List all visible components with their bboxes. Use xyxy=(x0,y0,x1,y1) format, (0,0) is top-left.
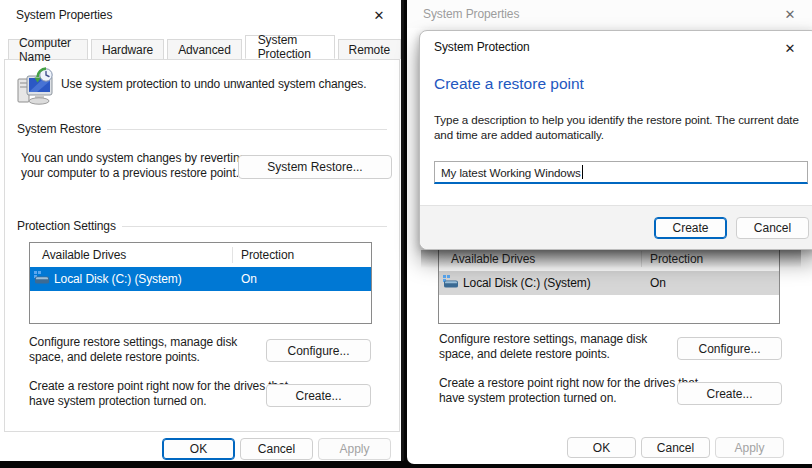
drive-name: Local Disk (C:) (System) xyxy=(463,276,591,290)
protection-settings-group-label: Protection Settings xyxy=(17,219,122,233)
desktop: { "colors": { "accent_selection": "#0078… xyxy=(0,0,812,468)
create-button[interactable]: Create xyxy=(654,217,727,239)
configure-description: Configure restore settings, manage disk … xyxy=(29,335,269,366)
system-restore-button[interactable]: System Restore... xyxy=(238,155,392,179)
system-restore-description: You can undo system changes by reverting… xyxy=(21,151,253,182)
input-value: My latest Working Windows xyxy=(441,166,581,179)
dialog-description: Type a description to help you identify … xyxy=(434,112,810,143)
close-icon[interactable]: ✕ xyxy=(776,37,804,59)
drive-name: Local Disk (C:) (System) xyxy=(54,272,182,286)
tab-system-protection[interactable]: System Protection xyxy=(245,35,335,59)
intro-text: Use system protection to undo unwanted s… xyxy=(61,77,391,91)
create-button[interactable]: Create... xyxy=(266,384,371,407)
restore-point-description-input[interactable]: My latest Working Windows xyxy=(434,161,808,184)
tab-hardware[interactable]: Hardware xyxy=(91,39,164,59)
dialog-title: System Protection xyxy=(434,40,530,54)
tab-advanced[interactable]: Advanced xyxy=(167,39,242,59)
create-restore-point-dialog: System Protection ✕ Create a restore poi… xyxy=(419,30,812,250)
titlebar: System Properties ✕ xyxy=(0,0,401,30)
table-header-row: Available Drives Protection xyxy=(30,243,371,267)
close-icon[interactable]: ✕ xyxy=(776,3,804,25)
configure-description: Configure restore settings, manage disk … xyxy=(439,332,684,363)
column-header-protection[interactable]: Protection xyxy=(642,252,703,266)
column-header-protection[interactable]: Protection xyxy=(233,248,294,262)
protection-drives-table: Available Drives Protection Local Disk (… xyxy=(438,246,780,324)
system-restore-icon xyxy=(15,67,57,112)
close-icon[interactable]: ✕ xyxy=(365,4,393,26)
cancel-button[interactable]: Cancel xyxy=(736,217,809,239)
window-title: System Properties xyxy=(16,8,365,22)
create-button[interactable]: Create... xyxy=(677,382,782,405)
apply-button[interactable]: Apply xyxy=(715,437,784,458)
group-divider xyxy=(117,226,387,227)
system-protection-tab-page: Use system protection to undo unwanted s… xyxy=(4,59,400,432)
tab-remote[interactable]: Remote xyxy=(338,39,401,59)
window-title: System Properties xyxy=(423,7,776,21)
dialog-heading: Create a restore point xyxy=(434,75,584,93)
system-properties-window: System Properties ✕ Computer Name Hardwa… xyxy=(0,0,404,461)
tab-strip: Computer Name Hardware Advanced System P… xyxy=(8,39,401,59)
configure-button[interactable]: Configure... xyxy=(677,337,782,360)
ok-button[interactable]: OK xyxy=(567,437,636,458)
protection-status: On xyxy=(642,276,666,290)
group-divider xyxy=(100,129,387,130)
table-row[interactable]: Local Disk (C:) (System) On xyxy=(30,267,371,291)
text-caret xyxy=(582,165,583,179)
cancel-button[interactable]: Cancel xyxy=(641,437,710,458)
protection-drives-table: Available Drives Protection Local Di xyxy=(29,242,372,324)
tab-computer-name[interactable]: Computer Name xyxy=(8,39,88,59)
table-row[interactable]: Local Disk (C:) (System) On xyxy=(439,271,779,295)
system-restore-group-label: System Restore xyxy=(17,122,107,136)
disk-drive-icon xyxy=(34,271,50,288)
column-header-available-drives[interactable]: Available Drives xyxy=(439,251,642,267)
titlebar: System Properties ✕ xyxy=(407,0,812,28)
column-header-available-drives[interactable]: Available Drives xyxy=(30,247,233,263)
protection-status: On xyxy=(233,272,257,286)
table-header-row: Available Drives Protection xyxy=(439,247,779,271)
system-properties-window-background: System Properties ✕ Available Drives Pro… xyxy=(407,0,812,464)
cancel-button[interactable]: Cancel xyxy=(240,438,313,460)
disk-drive-icon xyxy=(443,275,459,292)
configure-button[interactable]: Configure... xyxy=(266,339,371,362)
apply-button[interactable]: Apply xyxy=(318,438,391,460)
ok-button[interactable]: OK xyxy=(162,438,235,460)
dialog-footer: Create Cancel xyxy=(420,205,812,249)
